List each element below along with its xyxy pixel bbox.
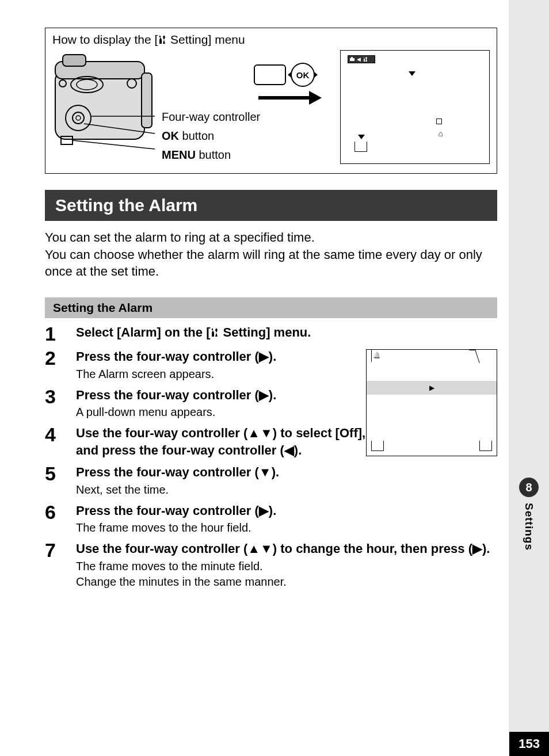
step-number: 1	[45, 324, 76, 343]
bottom-right-tab-icon	[479, 441, 492, 451]
camera-illustration	[52, 50, 156, 151]
bottom-left-tab-icon	[371, 441, 384, 451]
step-sub: A pull-down menu appears.	[76, 404, 329, 420]
step-sub: The Alarm screen appears.	[76, 366, 329, 382]
step-number: 4	[45, 425, 76, 459]
ok-button-icon: OK	[291, 63, 315, 87]
down-arrow-icon	[409, 71, 415, 76]
label-fourway: Four-way controller	[162, 110, 260, 124]
label-menu: MENU button	[162, 148, 260, 162]
label-ok: OK button	[162, 129, 260, 143]
step-number: 7	[45, 540, 76, 590]
side-tab: 8 Settings	[509, 472, 549, 587]
alarm-row-highlight: ▶	[367, 381, 497, 395]
settings-tool-icon	[158, 35, 167, 45]
svg-rect-16	[351, 57, 353, 58]
svg-rect-15	[350, 58, 354, 61]
settings-tool-icon	[210, 327, 219, 338]
step-6: 6 Press the four-way controller (▶). The…	[45, 502, 497, 536]
svg-line-14	[73, 140, 155, 149]
step-title: Use the four-way controller (▲▼) to chan…	[76, 540, 497, 558]
step-5: 5 Press the four-way controller (▼). Nex…	[45, 464, 497, 498]
arrow-right-icon	[258, 94, 322, 102]
intro-text: You can set the alarm to ring at a speci…	[45, 229, 497, 280]
step-title: Press the four-way controller (▶).	[76, 502, 497, 520]
house-icon: ⌂	[439, 129, 443, 138]
svg-rect-10	[142, 73, 152, 128]
triangle-down-icon	[358, 135, 365, 139]
manual-page: How to display the [ Setting] menu	[0, 0, 509, 756]
step-title: Select [Alarm] on the [ Setting] menu.	[76, 324, 497, 341]
step-sub: Next, set the time.	[76, 482, 497, 498]
page-number: 153	[509, 732, 549, 756]
step-title: Press the four-way controller (▶).	[76, 348, 329, 365]
tool-mini-icon	[363, 56, 368, 62]
step-number: 6	[45, 502, 76, 536]
bell-icon	[374, 353, 381, 360]
section-header: Setting the Alarm	[45, 190, 497, 221]
step-title: Press the four-way controller (▶).	[76, 387, 329, 404]
step-sub: The frame moves to the minute field. Cha…	[76, 559, 497, 590]
bottom-tab-icon	[354, 142, 367, 152]
middle-indicator: OK	[247, 63, 322, 102]
step-title: Press the four-way controller (▼).	[76, 464, 497, 481]
menu-button-icon	[254, 64, 286, 85]
step-7: 7 Use the four-way controller (▲▼) to ch…	[45, 540, 497, 590]
camera-labels: Four-way controller OK button MENU butto…	[162, 50, 260, 162]
screen-topbar: ◀	[348, 55, 375, 63]
sub-header: Setting the Alarm	[45, 297, 497, 318]
step-number: 2	[45, 348, 76, 382]
howto-title-post: Setting] menu	[167, 33, 245, 46]
howto-title-pre: How to display the [	[52, 33, 158, 46]
step-number: 3	[45, 387, 76, 421]
menu-screen-preview: ◀ ⌂	[340, 50, 490, 164]
camera-icon	[349, 56, 355, 62]
step-number: 5	[45, 464, 76, 498]
step-1: 1 Select [Alarm] on the [ Setting] menu.	[45, 324, 497, 343]
howto-box: How to display the [ Setting] menu	[45, 28, 497, 174]
chapter-badge: 8	[519, 478, 539, 497]
square-icon	[436, 119, 442, 124]
svg-rect-2	[63, 55, 86, 66]
side-label: Settings	[523, 503, 535, 551]
alarm-screen-preview: ▶	[366, 349, 497, 456]
svg-rect-0	[55, 70, 144, 139]
alarm-tab	[371, 349, 475, 362]
howto-title: How to display the [ Setting] menu	[52, 33, 490, 47]
step-sub: The frame moves to the hour field.	[76, 520, 497, 536]
steps-list: 1 Select [Alarm] on the [ Setting] menu.…	[45, 324, 497, 590]
